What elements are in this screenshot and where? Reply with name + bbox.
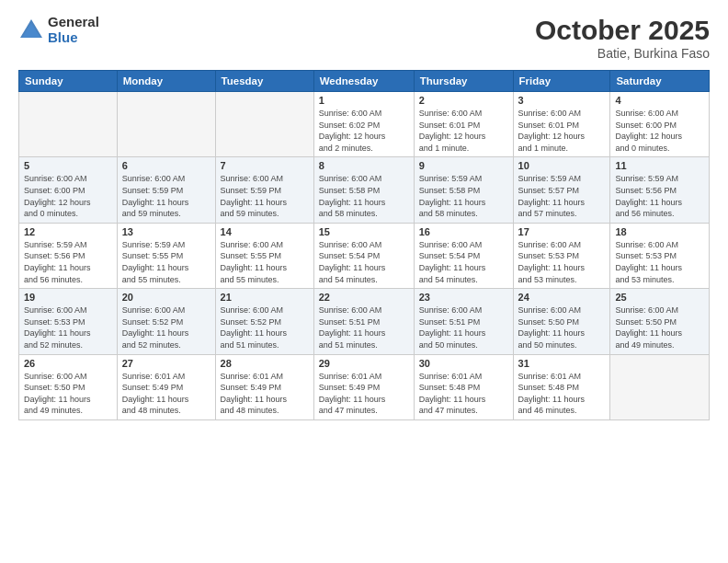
location-subtitle: Batie, Burkina Faso bbox=[535, 46, 710, 61]
day-info: Sunrise: 6:01 AM Sunset: 5:48 PM Dayligh… bbox=[518, 371, 606, 417]
calendar-cell: 25Sunrise: 6:00 AM Sunset: 5:50 PM Dayli… bbox=[610, 289, 710, 354]
day-info: Sunrise: 6:01 AM Sunset: 5:49 PM Dayligh… bbox=[319, 371, 409, 417]
calendar-cell: 1Sunrise: 6:00 AM Sunset: 6:02 PM Daylig… bbox=[313, 92, 414, 157]
calendar-cell: 17Sunrise: 6:00 AM Sunset: 5:53 PM Dayli… bbox=[513, 223, 610, 288]
day-info: Sunrise: 6:00 AM Sunset: 5:55 PM Dayligh… bbox=[221, 239, 309, 285]
weekday-header-sunday: Sunday bbox=[19, 71, 118, 92]
logo-general-label: General bbox=[48, 15, 99, 30]
calendar-cell: 3Sunrise: 6:00 AM Sunset: 6:01 PM Daylig… bbox=[513, 92, 610, 157]
calendar-cell: 7Sunrise: 6:00 AM Sunset: 5:59 PM Daylig… bbox=[215, 157, 313, 223]
day-info: Sunrise: 6:00 AM Sunset: 6:01 PM Dayligh… bbox=[518, 108, 606, 154]
calendar-cell bbox=[610, 354, 710, 419]
calendar-week-row: 19Sunrise: 6:00 AM Sunset: 5:53 PM Dayli… bbox=[19, 289, 710, 354]
calendar-week-row: 1Sunrise: 6:00 AM Sunset: 6:02 PM Daylig… bbox=[19, 92, 710, 157]
calendar-week-row: 5Sunrise: 6:00 AM Sunset: 6:00 PM Daylig… bbox=[19, 157, 710, 223]
calendar-cell: 31Sunrise: 6:01 AM Sunset: 5:48 PM Dayli… bbox=[513, 354, 610, 419]
day-number: 1 bbox=[319, 95, 409, 106]
day-info: Sunrise: 5:59 AM Sunset: 5:56 PM Dayligh… bbox=[24, 239, 112, 285]
day-number: 23 bbox=[419, 292, 508, 303]
calendar-cell: 20Sunrise: 6:00 AM Sunset: 5:52 PM Dayli… bbox=[117, 289, 215, 354]
weekday-header-friday: Friday bbox=[513, 71, 610, 92]
day-info: Sunrise: 6:00 AM Sunset: 5:53 PM Dayligh… bbox=[24, 304, 112, 350]
day-number: 6 bbox=[122, 160, 210, 171]
day-info: Sunrise: 6:00 AM Sunset: 5:52 PM Dayligh… bbox=[221, 304, 309, 350]
day-info: Sunrise: 5:59 AM Sunset: 5:58 PM Dayligh… bbox=[419, 173, 508, 219]
day-number: 25 bbox=[615, 292, 704, 303]
day-number: 8 bbox=[319, 160, 409, 171]
day-number: 16 bbox=[419, 226, 508, 237]
day-number: 29 bbox=[319, 358, 409, 369]
day-info: Sunrise: 6:00 AM Sunset: 5:50 PM Dayligh… bbox=[518, 304, 606, 350]
calendar-cell: 22Sunrise: 6:00 AM Sunset: 5:51 PM Dayli… bbox=[313, 289, 414, 354]
day-info: Sunrise: 6:00 AM Sunset: 5:51 PM Dayligh… bbox=[419, 304, 508, 350]
calendar-cell: 10Sunrise: 5:59 AM Sunset: 5:57 PM Dayli… bbox=[513, 157, 610, 223]
logo-icon bbox=[18, 17, 44, 43]
calendar-cell: 23Sunrise: 6:00 AM Sunset: 5:51 PM Dayli… bbox=[414, 289, 513, 354]
calendar-cell: 11Sunrise: 5:59 AM Sunset: 5:56 PM Dayli… bbox=[610, 157, 710, 223]
day-info: Sunrise: 6:00 AM Sunset: 5:54 PM Dayligh… bbox=[419, 239, 508, 285]
calendar-cell: 8Sunrise: 6:00 AM Sunset: 5:58 PM Daylig… bbox=[313, 157, 414, 223]
day-info: Sunrise: 6:00 AM Sunset: 6:00 PM Dayligh… bbox=[615, 108, 704, 154]
day-number: 3 bbox=[518, 95, 606, 106]
day-number: 24 bbox=[518, 292, 606, 303]
day-info: Sunrise: 6:00 AM Sunset: 5:54 PM Dayligh… bbox=[319, 239, 409, 285]
day-number: 27 bbox=[122, 358, 210, 369]
day-number: 7 bbox=[221, 160, 309, 171]
day-info: Sunrise: 6:00 AM Sunset: 5:50 PM Dayligh… bbox=[24, 371, 112, 417]
day-number: 4 bbox=[615, 95, 704, 106]
day-number: 2 bbox=[419, 95, 508, 106]
day-info: Sunrise: 6:01 AM Sunset: 5:49 PM Dayligh… bbox=[221, 371, 309, 417]
calendar-cell: 5Sunrise: 6:00 AM Sunset: 6:00 PM Daylig… bbox=[19, 157, 118, 223]
day-info: Sunrise: 5:59 AM Sunset: 5:56 PM Dayligh… bbox=[615, 173, 704, 219]
day-number: 28 bbox=[221, 358, 309, 369]
day-number: 20 bbox=[122, 292, 210, 303]
calendar-cell: 18Sunrise: 6:00 AM Sunset: 5:53 PM Dayli… bbox=[610, 223, 710, 288]
weekday-header-saturday: Saturday bbox=[610, 71, 710, 92]
calendar-cell: 4Sunrise: 6:00 AM Sunset: 6:00 PM Daylig… bbox=[610, 92, 710, 157]
day-number: 14 bbox=[221, 226, 309, 237]
calendar-cell: 15Sunrise: 6:00 AM Sunset: 5:54 PM Dayli… bbox=[313, 223, 414, 288]
day-info: Sunrise: 6:00 AM Sunset: 5:53 PM Dayligh… bbox=[518, 239, 606, 285]
day-info: Sunrise: 6:00 AM Sunset: 5:51 PM Dayligh… bbox=[319, 304, 409, 350]
day-number: 5 bbox=[24, 160, 112, 171]
logo-text: General Blue bbox=[48, 15, 99, 45]
day-info: Sunrise: 6:01 AM Sunset: 5:48 PM Dayligh… bbox=[419, 371, 508, 417]
day-info: Sunrise: 6:00 AM Sunset: 5:59 PM Dayligh… bbox=[221, 173, 309, 219]
weekday-header-wednesday: Wednesday bbox=[313, 71, 414, 92]
calendar-cell bbox=[19, 92, 118, 157]
weekday-header-tuesday: Tuesday bbox=[215, 71, 313, 92]
calendar-cell: 26Sunrise: 6:00 AM Sunset: 5:50 PM Dayli… bbox=[19, 354, 118, 419]
calendar-cell: 13Sunrise: 5:59 AM Sunset: 5:55 PM Dayli… bbox=[117, 223, 215, 288]
calendar-cell: 9Sunrise: 5:59 AM Sunset: 5:58 PM Daylig… bbox=[414, 157, 513, 223]
day-info: Sunrise: 6:00 AM Sunset: 5:59 PM Dayligh… bbox=[122, 173, 210, 219]
calendar-cell: 27Sunrise: 6:01 AM Sunset: 5:49 PM Dayli… bbox=[117, 354, 215, 419]
day-number: 18 bbox=[615, 226, 704, 237]
month-title: October 2025 bbox=[535, 15, 710, 46]
calendar-cell: 14Sunrise: 6:00 AM Sunset: 5:55 PM Dayli… bbox=[215, 223, 313, 288]
day-number: 15 bbox=[319, 226, 409, 237]
day-info: Sunrise: 6:00 AM Sunset: 5:53 PM Dayligh… bbox=[615, 239, 704, 285]
calendar-table: SundayMondayTuesdayWednesdayThursdayFrid… bbox=[18, 70, 710, 420]
calendar-cell: 19Sunrise: 6:00 AM Sunset: 5:53 PM Dayli… bbox=[19, 289, 118, 354]
day-info: Sunrise: 6:00 AM Sunset: 6:02 PM Dayligh… bbox=[319, 108, 409, 154]
day-info: Sunrise: 6:00 AM Sunset: 5:50 PM Dayligh… bbox=[615, 304, 704, 350]
day-number: 13 bbox=[122, 226, 210, 237]
day-number: 17 bbox=[518, 226, 606, 237]
calendar-cell: 21Sunrise: 6:00 AM Sunset: 5:52 PM Dayli… bbox=[215, 289, 313, 354]
calendar-cell: 29Sunrise: 6:01 AM Sunset: 5:49 PM Dayli… bbox=[313, 354, 414, 419]
day-number: 12 bbox=[24, 226, 112, 237]
calendar-week-row: 26Sunrise: 6:00 AM Sunset: 5:50 PM Dayli… bbox=[19, 354, 710, 419]
day-number: 31 bbox=[518, 358, 606, 369]
day-number: 26 bbox=[24, 358, 112, 369]
calendar-cell: 16Sunrise: 6:00 AM Sunset: 5:54 PM Dayli… bbox=[414, 223, 513, 288]
day-number: 10 bbox=[518, 160, 606, 171]
calendar-cell: 12Sunrise: 5:59 AM Sunset: 5:56 PM Dayli… bbox=[19, 223, 118, 288]
day-number: 11 bbox=[615, 160, 704, 171]
day-number: 30 bbox=[419, 358, 508, 369]
page: General Blue October 2025 Batie, Burkina… bbox=[0, 0, 728, 563]
day-info: Sunrise: 5:59 AM Sunset: 5:57 PM Dayligh… bbox=[518, 173, 606, 219]
weekday-header-thursday: Thursday bbox=[414, 71, 513, 92]
calendar-cell: 2Sunrise: 6:00 AM Sunset: 6:01 PM Daylig… bbox=[414, 92, 513, 157]
logo-blue-label: Blue bbox=[48, 30, 99, 46]
day-info: Sunrise: 6:00 AM Sunset: 6:01 PM Dayligh… bbox=[419, 108, 508, 154]
